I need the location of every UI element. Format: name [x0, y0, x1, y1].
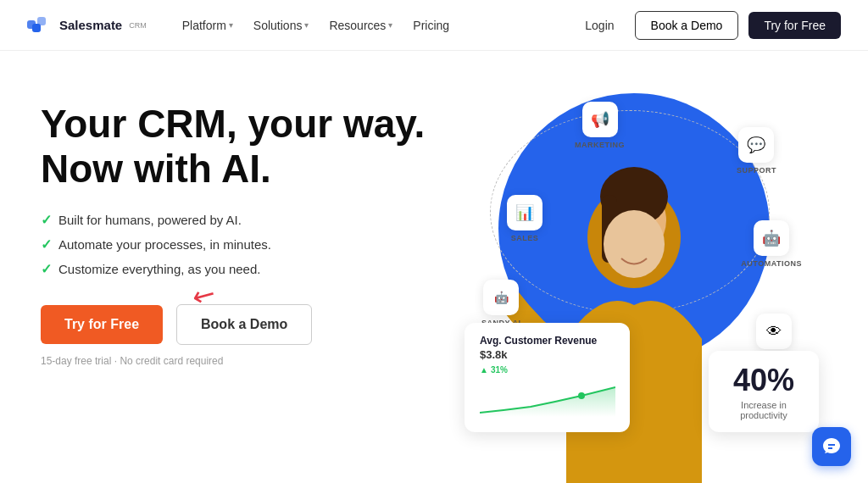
insights-icon-box: 👁 — [756, 314, 792, 349]
orbit-sales: 📊 SALES — [507, 195, 542, 242]
check-icon-3: ✓ — [41, 261, 52, 277]
chevron-down-icon: ▾ — [229, 20, 233, 30]
mini-chart — [480, 383, 615, 420]
chat-icon — [821, 436, 842, 457]
try-free-nav-button[interactable]: Try for Free — [748, 12, 841, 39]
nav-left: SalesmateCRM Platform ▾ Solutions ▾ Reso… — [27, 14, 458, 37]
hero-features: ✓Built for humans, powered by AI. ✓Autom… — [41, 212, 431, 277]
support-label: SUPPORT — [737, 166, 776, 175]
growth-arrow-icon: ▲ — [480, 365, 488, 375]
nav-pricing[interactable]: Pricing — [404, 14, 458, 37]
book-demo-hero-button[interactable]: Book a Demo — [176, 304, 312, 345]
navbar: SalesmateCRM Platform ▾ Solutions ▾ Reso… — [0, 0, 868, 51]
svg-rect-2 — [32, 24, 41, 32]
automations-label: AUTOMATIONS — [741, 259, 802, 268]
nav-solutions[interactable]: Solutions ▾ — [245, 14, 318, 37]
marketing-label: MARKETING — [575, 141, 625, 149]
check-icon-2: ✓ — [41, 236, 52, 253]
logo[interactable]: SalesmateCRM — [27, 17, 147, 34]
sales-icon-box: 📊 — [507, 195, 542, 230]
revenue-title: Avg. Customer Revenue — [480, 335, 615, 347]
nav-resources[interactable]: Resources ▾ — [320, 14, 401, 37]
hero-section: Your CRM, your way. Now with AI. ✓Built … — [0, 51, 868, 483]
book-demo-nav-button[interactable]: Book a Demo — [635, 11, 739, 40]
hero-left: Your CRM, your way. Now with AI. ✓Built … — [41, 85, 431, 367]
pct-label: Increase in productivity — [724, 400, 804, 420]
orbit-automations: 🤖 AUTOMATIONS — [741, 220, 802, 268]
hero-visual: 📢 MARKETING 💬 SUPPORT 🤖 AUTOMATIONS 👁 IN… — [431, 85, 827, 483]
feature-3: ✓Customize everything, as you need. — [41, 261, 431, 277]
nav-links: Platform ▾ Solutions ▾ Resources ▾ Prici… — [174, 14, 458, 37]
chevron-down-icon: ▾ — [304, 20, 309, 30]
hero-heading: Your CRM, your way. Now with AI. — [41, 102, 431, 192]
support-icon-box: 💬 — [738, 127, 774, 163]
feature-1: ✓Built for humans, powered by AI. — [41, 212, 431, 228]
productivity-stat-card: 40% Increase in productivity — [709, 351, 819, 432]
svg-point-9 — [578, 392, 585, 399]
pct-value: 40% — [724, 363, 804, 398]
revenue-stat-card: Avg. Customer Revenue $3.8k ▲ 31% — [465, 323, 630, 432]
automations-icon-box: 🤖 — [754, 220, 789, 256]
revenue-value: $3.8k — [480, 348, 615, 361]
hero-subtext: 15-day free trial · No credit card requi… — [41, 355, 431, 367]
sandy-ai-icon-box: 🤖 — [483, 280, 519, 315]
sales-label: SALES — [511, 234, 539, 242]
svg-point-7 — [604, 210, 665, 278]
logo-text: Salesmate — [59, 18, 122, 32]
hero-buttons: ↙ Try for Free Book a Demo — [41, 304, 431, 345]
nav-platform[interactable]: Platform ▾ — [174, 14, 242, 37]
try-free-hero-button[interactable]: Try for Free — [41, 305, 163, 344]
chat-bubble-button[interactable] — [812, 427, 851, 466]
orbit-support: 💬 SUPPORT — [737, 127, 776, 175]
orbit-marketing: 📢 MARKETING — [575, 102, 625, 149]
check-icon-1: ✓ — [41, 212, 52, 228]
chevron-down-icon: ▾ — [388, 20, 392, 30]
logo-icon — [27, 17, 54, 34]
login-button[interactable]: Login — [575, 12, 624, 39]
revenue-growth-badge: ▲ 31% — [480, 365, 508, 375]
marketing-icon-box: 📢 — [582, 102, 618, 137]
orbit-sandy-ai: 🤖 SANDY AI — [481, 280, 521, 327]
feature-2: ✓Automate your processes, in minutes. — [41, 236, 431, 253]
logo-crm: CRM — [129, 21, 147, 30]
nav-right: Login Book a Demo Try for Free — [575, 11, 841, 40]
